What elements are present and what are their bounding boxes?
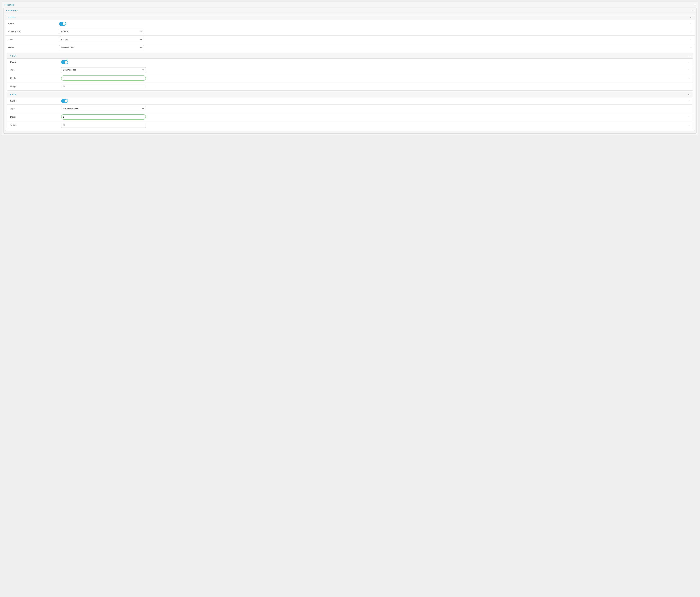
ipv4-type-row: Type DHCP address ··· xyxy=(7,66,693,74)
interfaces-body: ▼ ETH2 ··· Enable xyxy=(4,13,696,133)
eth2-toggle-track xyxy=(59,22,66,26)
eth2-title: ▼ ETH2 xyxy=(7,16,15,19)
ipv6-weight-menu[interactable]: ··· xyxy=(684,124,690,127)
ipv6-enable-toggle[interactable] xyxy=(61,99,68,103)
ipv6-toggle-track xyxy=(61,99,68,103)
ipv6-enable-label: Enable xyxy=(10,100,61,102)
page-container: ▼ Network ··· ▼ Interfaces ··· ▼ xyxy=(0,0,700,597)
eth2-zone-row: Zone External ··· xyxy=(5,35,695,44)
interfaces-header: ▼ Interfaces ··· xyxy=(4,8,696,13)
ipv6-weight-row: Weight 10 ··· xyxy=(7,121,693,129)
ipv6-enable-row: Enable ··· xyxy=(7,97,693,104)
eth2-header: ▼ ETH2 ··· xyxy=(5,15,695,20)
ipv4-title: ▼ IPv4 xyxy=(9,55,16,57)
eth2-interface-type-row: Interface type Ethernet ··· xyxy=(5,27,695,35)
network-menu-button[interactable]: ··· xyxy=(694,3,696,6)
ipv4-type-select[interactable]: DHCP address xyxy=(61,67,146,72)
ipv4-enable-row: Enable ··· xyxy=(7,58,693,66)
eth2-enable-control xyxy=(59,22,686,26)
ipv4-weight-control: 10 xyxy=(61,84,684,89)
ipv6-panel: ▼ IPv6 ··· Enable xyxy=(7,92,693,129)
ipv6-body: Enable ··· xyxy=(7,97,693,129)
ipv4-metric-label: Metric xyxy=(10,77,61,79)
ipv6-toggle-thumb xyxy=(65,99,68,102)
ipv4-body: Enable ··· xyxy=(7,58,693,91)
ipv6-title: ▼ IPv6 xyxy=(9,94,16,96)
network-chevron-icon: ▼ xyxy=(4,4,6,6)
ipv4-metric-input[interactable]: 1 xyxy=(61,75,146,81)
ipv6-enable-control xyxy=(61,99,684,103)
ipv6-metric-control: 1 xyxy=(61,114,684,120)
ipv4-weight-label: Weight xyxy=(10,85,61,88)
ipv4-type-menu[interactable]: ··· xyxy=(684,69,690,71)
ipv4-enable-label: Enable xyxy=(10,61,61,63)
ipv6-type-control: DHCPv6 address xyxy=(61,106,684,111)
eth2-enable-row: Enable ··· xyxy=(5,20,695,27)
eth2-enable-label: Enable xyxy=(8,23,59,25)
ipv6-metric-row: Metric 1 ··· xyxy=(7,113,693,121)
eth2-device-control: Ethernet: ETH1 xyxy=(59,45,686,50)
interfaces-menu-button[interactable]: ··· xyxy=(692,9,694,12)
eth2-interface-type-menu[interactable]: ··· xyxy=(686,30,692,33)
eth2-zone-select[interactable]: External xyxy=(59,37,144,42)
ipv4-metric-row: Metric 1 ··· xyxy=(7,74,693,82)
ipv4-type-label: Type xyxy=(10,69,61,71)
ipv4-type-control: DHCP address xyxy=(61,67,684,72)
ipv6-weight-input[interactable]: 10 xyxy=(61,123,146,128)
ipv4-enable-toggle[interactable] xyxy=(61,60,68,64)
ipv6-metric-label: Metric xyxy=(10,116,61,118)
eth2-enable-toggle[interactable] xyxy=(59,22,66,26)
ipv6-metric-menu[interactable]: ··· xyxy=(684,116,690,118)
ipv4-panel: ▼ IPv4 ··· Enable xyxy=(7,53,693,91)
ipv6-type-select[interactable]: DHCPv6 address xyxy=(61,106,146,111)
eth2-toggle-thumb xyxy=(62,22,66,25)
ipv6-weight-label: Weight xyxy=(10,124,61,126)
network-header: ▼ Network ··· xyxy=(2,2,698,8)
eth2-interface-type-label: Interface type xyxy=(8,30,59,32)
ipv6-enable-menu[interactable]: ··· xyxy=(684,100,690,102)
ipv4-toggle-thumb xyxy=(65,61,68,64)
eth2-zone-control: External xyxy=(59,37,686,42)
ipv4-menu-button[interactable]: ··· xyxy=(688,54,691,57)
ipv4-metric-menu[interactable]: ··· xyxy=(684,77,690,80)
ipv4-metric-control: 1 xyxy=(61,75,684,81)
eth2-device-select[interactable]: Ethernet: ETH1 xyxy=(59,45,144,50)
eth2-enable-menu[interactable]: ··· xyxy=(686,22,692,25)
interfaces-title: ▼ Interfaces xyxy=(6,9,18,11)
eth2-zone-label: Zone xyxy=(8,39,59,41)
network-panel: ▼ Network ··· ▼ Interfaces ··· ▼ xyxy=(2,2,698,135)
ipv6-header: ▼ IPv6 ··· xyxy=(7,92,693,97)
ipv6-type-row: Type DHCPv6 address ··· xyxy=(7,104,693,113)
ipv6-metric-input[interactable]: 1 xyxy=(61,114,146,120)
ipv4-enable-control xyxy=(61,60,684,64)
interfaces-chevron-icon: ▼ xyxy=(6,10,7,11)
ipv4-header: ▼ IPv4 ··· xyxy=(7,53,693,58)
ipv4-enable-menu[interactable]: ··· xyxy=(684,61,690,64)
ipv6-chevron-icon: ▼ xyxy=(9,94,11,96)
eth2-chevron-icon: ▼ xyxy=(7,17,9,18)
ipv4-chevron-icon: ▼ xyxy=(9,55,11,57)
eth2-menu-button[interactable]: ··· xyxy=(690,16,693,19)
eth2-device-row: Device Ethernet: ETH1 ··· xyxy=(5,44,695,52)
ipv4-weight-input[interactable]: 10 xyxy=(61,84,146,89)
ipv6-type-label: Type xyxy=(10,107,61,110)
eth2-device-menu[interactable]: ··· xyxy=(686,46,692,49)
eth2-zone-menu[interactable]: ··· xyxy=(686,38,692,41)
ipv4-weight-row: Weight 10 ··· xyxy=(7,82,693,91)
eth2-panel: ▼ ETH2 ··· Enable xyxy=(5,15,695,131)
ipv6-type-menu[interactable]: ··· xyxy=(684,107,690,110)
ipv4-toggle-track xyxy=(61,60,68,64)
eth2-interface-type-select[interactable]: Ethernet xyxy=(59,29,144,34)
ipv6-weight-control: 10 xyxy=(61,123,684,128)
ipv4-weight-menu[interactable]: ··· xyxy=(684,85,690,88)
eth2-interface-type-control: Ethernet xyxy=(59,29,686,34)
ipv6-menu-button[interactable]: ··· xyxy=(688,93,691,96)
network-title: ▼ Network xyxy=(4,4,14,6)
eth2-device-label: Device xyxy=(8,47,59,49)
interfaces-panel: ▼ Interfaces ··· ▼ ETH2 ··· xyxy=(3,8,697,133)
